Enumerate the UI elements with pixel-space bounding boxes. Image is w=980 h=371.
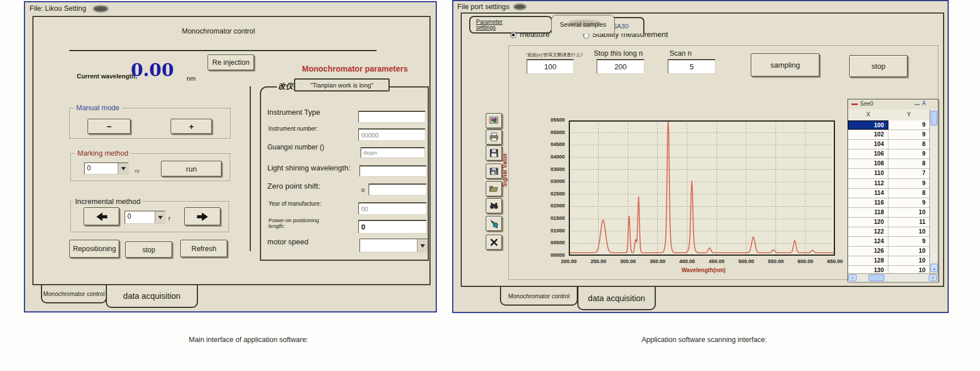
tab-monochromator-control[interactable]: Monochromator control bbox=[500, 287, 578, 306]
toolbar-close-button[interactable] bbox=[486, 235, 502, 250]
cell-y[interactable]: 9 bbox=[888, 179, 929, 188]
scrollbar-thumb[interactable] bbox=[931, 111, 937, 126]
tab-monochromator-control[interactable]: Monochromator control bbox=[41, 285, 107, 303]
stop-button[interactable]: stop bbox=[849, 55, 908, 77]
cell-x[interactable]: 100 bbox=[848, 120, 888, 130]
toolbar-find-button[interactable] bbox=[486, 198, 502, 214]
table-row[interactable]: 1088 bbox=[848, 159, 929, 169]
scan-count-input[interactable] bbox=[668, 59, 716, 74]
tab-data-acquisition[interactable]: data acquisition bbox=[106, 285, 198, 308]
cell-y[interactable]: 10 bbox=[888, 266, 929, 273]
cell-x[interactable]: 128 bbox=[848, 256, 888, 265]
cell-y[interactable]: 10 bbox=[888, 247, 929, 256]
chevron-down-icon[interactable] bbox=[118, 163, 128, 174]
cell-x[interactable]: 114 bbox=[848, 189, 888, 198]
chevron-down-icon[interactable] bbox=[155, 211, 165, 223]
table-row[interactable]: 12810 bbox=[848, 256, 929, 266]
cell-x[interactable]: 102 bbox=[848, 130, 888, 139]
toolbar-save-button[interactable] bbox=[486, 145, 502, 161]
light-wavelength-input[interactable] bbox=[359, 165, 427, 177]
year-input[interactable] bbox=[358, 202, 427, 215]
run-button[interactable]: run bbox=[161, 161, 222, 177]
cell-y[interactable]: 7 bbox=[888, 169, 929, 178]
scroll-right-arrow[interactable]: › bbox=[929, 274, 937, 281]
cell-x[interactable]: 106 bbox=[848, 149, 888, 159]
cell-x[interactable]: 126 bbox=[848, 247, 888, 256]
table-row[interactable]: 1029 bbox=[848, 130, 929, 140]
toolbar-print-button[interactable] bbox=[486, 130, 502, 145]
table-row[interactable]: 13010 bbox=[848, 266, 929, 273]
re-injection-button[interactable]: Re injection bbox=[208, 55, 254, 70]
motor-speed-combobox[interactable] bbox=[359, 239, 428, 252]
tab-several-samples[interactable]: Several samples bbox=[551, 15, 615, 34]
tab-data-acquisition[interactable]: data acquisition bbox=[577, 287, 656, 310]
horizontal-scrollbar[interactable]: ‹ › bbox=[848, 273, 938, 282]
wavelength-minus-button[interactable]: − bbox=[88, 119, 131, 134]
toolbar-save-disk-button[interactable] bbox=[486, 164, 502, 179]
toolbar-open-button[interactable] bbox=[486, 181, 502, 197]
cell-y[interactable]: 11 bbox=[888, 218, 929, 227]
incremental-value-combobox[interactable]: 0 bbox=[125, 211, 166, 224]
vertical-scrollbar[interactable]: ⌄ bbox=[929, 109, 938, 273]
table-row[interactable]: 12210 bbox=[848, 227, 929, 237]
cell-x[interactable]: 112 bbox=[848, 179, 888, 188]
table-row[interactable]: 1169 bbox=[848, 198, 929, 208]
step-right-button[interactable] bbox=[184, 207, 221, 226]
poweron-length-input[interactable] bbox=[358, 220, 427, 234]
refresh-button[interactable]: Refresh bbox=[180, 240, 228, 257]
measure-radio[interactable] bbox=[510, 32, 516, 38]
cell-y[interactable]: 10 bbox=[888, 256, 929, 265]
cell-y[interactable]: 9 bbox=[888, 130, 929, 139]
toolbar-chart-button[interactable] bbox=[486, 113, 502, 128]
cell-y[interactable]: 8 bbox=[888, 189, 929, 198]
table-row[interactable]: 12610 bbox=[848, 247, 929, 256]
scrollbar-thumb[interactable] bbox=[869, 274, 884, 281]
cell-y[interactable]: 9 bbox=[888, 237, 929, 246]
cell-y[interactable]: 10 bbox=[888, 227, 929, 236]
cell-y[interactable]: 8 bbox=[888, 140, 929, 149]
table-row[interactable]: 1069 bbox=[848, 149, 929, 159]
toolbar-zoom-button[interactable] bbox=[486, 216, 502, 231]
instrument-type-input[interactable] bbox=[358, 111, 425, 123]
cell-x[interactable]: 108 bbox=[848, 159, 888, 168]
cell-x[interactable]: 110 bbox=[848, 169, 888, 178]
repositioning-button[interactable]: Repositioning bbox=[69, 240, 119, 258]
marking-suffix: ro bbox=[135, 168, 139, 174]
start-wavelength-input[interactable] bbox=[527, 59, 574, 74]
zero-shift-input[interactable] bbox=[369, 184, 427, 195]
table-body[interactable]: 1009102910481069108811071129114811691181… bbox=[848, 120, 929, 273]
table-row[interactable]: 1107 bbox=[848, 169, 929, 178]
stop-button[interactable]: stop bbox=[125, 241, 172, 258]
chevron-down-icon[interactable] bbox=[417, 239, 427, 252]
step-left-button[interactable] bbox=[84, 207, 119, 226]
cell-x[interactable]: 116 bbox=[848, 198, 888, 207]
table-row[interactable]: 1048 bbox=[848, 140, 929, 149]
table-row[interactable]: 1129 bbox=[848, 179, 929, 189]
stop-wavelength-input[interactable] bbox=[597, 59, 644, 74]
scroll-down-arrow[interactable]: ⌄ bbox=[931, 264, 938, 272]
cell-x[interactable]: 118 bbox=[848, 208, 888, 217]
cell-x[interactable]: 104 bbox=[848, 140, 888, 149]
cell-x[interactable]: 124 bbox=[848, 237, 888, 246]
cell-x[interactable]: 130 bbox=[848, 266, 888, 273]
parameters-tab-quote[interactable]: "Tianpian work is long" bbox=[294, 78, 390, 91]
scroll-left-arrow[interactable]: ‹ bbox=[849, 274, 857, 281]
marking-value-combobox[interactable]: 0 bbox=[84, 162, 129, 174]
table-row[interactable]: 1148 bbox=[848, 189, 929, 198]
cell-x[interactable]: 120 bbox=[848, 218, 888, 227]
cell-y[interactable]: 9 bbox=[888, 120, 929, 130]
cell-y[interactable]: 9 bbox=[888, 198, 929, 207]
guangxi-number-input[interactable] bbox=[361, 147, 425, 158]
table-row[interactable]: 11810 bbox=[848, 208, 929, 218]
cell-y[interactable]: 8 bbox=[888, 159, 929, 168]
wavelength-plus-button[interactable]: + bbox=[171, 119, 212, 134]
instrument-number-input[interactable] bbox=[358, 128, 425, 141]
sampling-button[interactable]: sampling bbox=[751, 53, 820, 77]
spectrum-chart[interactable] bbox=[569, 120, 835, 256]
cell-y[interactable]: 9 bbox=[888, 149, 929, 159]
table-row[interactable]: 12011 bbox=[848, 218, 929, 227]
cell-y[interactable]: 10 bbox=[888, 208, 929, 217]
table-row[interactable]: 1249 bbox=[848, 237, 929, 247]
table-row[interactable]: 1009 bbox=[848, 120, 929, 130]
cell-x[interactable]: 122 bbox=[848, 227, 888, 236]
